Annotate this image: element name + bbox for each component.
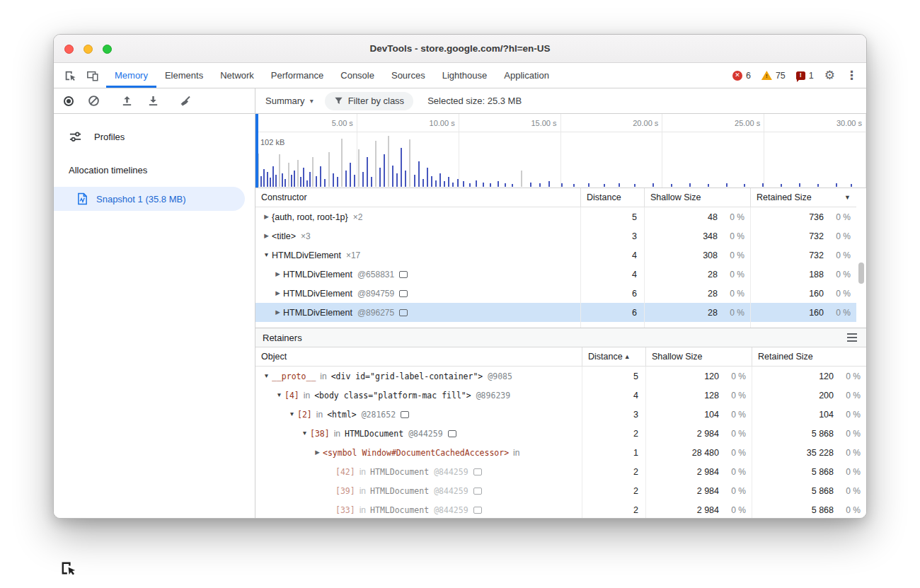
constructor-column-header[interactable]: Constructor [255,188,580,207]
size-value: 308 [645,250,718,260]
sidebar-item-snapshot-1[interactable]: Snapshot 1 (35.8 MB) [54,187,245,211]
allocation-bar [316,176,317,187]
constructor-row[interactable]: ▶<title>×333480 %7320 % [255,226,856,246]
sidebar-item-profiles[interactable]: Profiles [54,122,255,151]
collapse-arrow-icon[interactable]: ▼ [276,392,282,398]
object-id: @894759 [357,289,394,299]
collect-garbage-icon[interactable] [179,95,192,108]
reveal-box-icon[interactable] [473,468,482,475]
perspective-select[interactable]: Summary ▾ [265,96,314,106]
size-value: 2 984 [646,505,719,515]
retainers-retained-size-column-header[interactable]: Retained Size [752,347,866,366]
collapse-arrow-icon[interactable]: ▼ [263,373,269,379]
device-toolbar-icon[interactable] [86,69,99,82]
expand-arrow-icon[interactable]: ▶ [275,271,280,277]
reveal-box-icon[interactable] [473,488,482,495]
tab-console[interactable]: Console [332,63,383,88]
kebab-menu-icon[interactable]: ⋮ [846,69,858,81]
allocation-bar [781,184,782,187]
reveal-box-icon[interactable] [399,309,408,316]
reveal-box-icon[interactable] [399,271,408,278]
close-window-button[interactable] [64,45,74,54]
tab-lighthouse[interactable]: Lighthouse [434,63,496,88]
tab-application[interactable]: Application [495,63,558,88]
retainer-row[interactable]: ▶<symbol Window#DocumentCachedAccessor>i… [255,443,866,462]
constructor-row[interactable]: ▶{auth, root, root-1p}×25480 %7360 % [255,207,856,226]
constructor-row[interactable]: ▶HTMLDivElement@6588314280 %1880 % [255,265,856,284]
size-cell: 28 4800 % [645,443,752,462]
constructor-row[interactable]: ▶HTMLDivElement [255,322,856,328]
retainer-row[interactable]: ▼__proto__in<div id="grid-label-containe… [255,367,866,386]
issue-count-badge[interactable]: ! 1 [796,71,814,81]
allocation-timeline-overview[interactable]: 5.00 s10.00 s15.00 s20.00 s25.00 s30.00 … [255,114,866,188]
retainer-property-name: [39] [335,486,355,496]
record-heap-icon[interactable] [64,96,74,106]
size-percent: 0 % [719,486,752,496]
reveal-box-icon[interactable] [357,328,366,329]
allocation-bar [469,183,471,187]
size-percent: 0 % [719,505,752,515]
reveal-box-icon[interactable] [448,430,456,437]
reveal-box-icon[interactable] [399,290,408,297]
expand-arrow-icon[interactable]: ▶ [315,449,320,456]
retainer-row[interactable]: ▼[38]inHTMLDocument@84425922 9840 %5 868… [255,424,866,443]
settings-gear-icon[interactable]: ⚙ [824,69,835,81]
error-count-badge[interactable]: ✕ 6 [732,71,751,81]
retainer-row[interactable]: [42]inHTMLDocument@84425922 9840 %5 8680… [255,462,866,481]
retainers-menu-icon[interactable] [847,333,859,342]
clear-profiles-icon[interactable] [88,95,100,107]
minimize-window-button[interactable] [84,45,93,54]
size-percent: 0 % [718,231,750,241]
constructor-row[interactable]: ▼HTMLDivElement×1743080 %7320 % [255,246,856,265]
tab-memory[interactable]: Memory [106,63,156,88]
retainer-row[interactable]: ▼[2]in<html>@28165231040 %1040 % [255,405,866,424]
object-id: @844259 [434,505,468,515]
tune-icon [69,130,82,144]
retainers-distance-column-header[interactable]: Distance ▲ [582,347,645,366]
load-profile-icon[interactable] [121,95,133,107]
tab-sources[interactable]: Sources [383,63,434,88]
allocation-bar [345,171,347,187]
retained-size-column-header[interactable]: Retained Size ▼ [750,188,856,207]
tab-network[interactable]: Network [212,63,263,88]
object-column-header[interactable]: Object [255,347,582,366]
zoom-window-button[interactable] [103,45,112,54]
reveal-box-icon[interactable] [401,411,409,418]
tab-elements[interactable]: Elements [156,63,212,88]
retainers-shallow-size-column-header[interactable]: Shallow Size [645,347,752,366]
expand-arrow-icon[interactable]: ▶ [275,290,280,296]
constructor-row[interactable]: ▶HTMLDivElement@8962756280 %1600 % [255,303,856,322]
collapse-arrow-icon[interactable]: ▼ [263,252,269,258]
size-value: 160 [751,308,824,318]
constructor-name: HTMLDivElement [283,289,352,299]
retainer-row[interactable]: ▼[4]in<body class="platform-mac fill">@8… [255,386,866,405]
expand-arrow-icon[interactable]: ▶ [275,309,280,316]
class-filter-input[interactable]: Filter by class [325,92,413,110]
collapse-arrow-icon[interactable]: ▼ [301,430,307,437]
constructor-scrollbar-thumb[interactable] [858,263,864,284]
tab-performance[interactable]: Performance [263,63,332,88]
window-titlebar[interactable]: DevTools - store.google.com/?hl=en-US [54,35,866,63]
collapse-arrow-icon[interactable]: ▼ [289,411,294,417]
distance-cell: 5 [582,367,645,386]
save-profile-icon[interactable] [147,95,159,107]
inspect-element-icon[interactable] [64,69,76,82]
retainer-row[interactable]: [33]inHTMLDocument@84425922 9840 %5 8680… [255,500,866,518]
expand-arrow-icon[interactable]: ▶ [264,233,269,239]
retainer-row[interactable]: [39]inHTMLDocument@84425922 9840 %5 8680… [255,481,866,500]
allocation-bar [505,183,506,187]
constructor-row[interactable]: ▶HTMLDivElement@8947596280 %1600 % [255,284,856,303]
expand-arrow-icon[interactable]: ▶ [264,214,269,220]
allocation-bar [401,148,402,187]
timeline-selection-handle-left[interactable] [255,114,258,188]
reveal-box-icon[interactable] [473,507,482,514]
shallow-size-column-header[interactable]: Shallow Size [644,188,750,207]
warning-count-badge[interactable]: ! 75 [761,71,786,81]
distance-value: 4 [632,250,637,260]
retainer-object-text: [38]inHTMLDocument@844259 [310,429,456,439]
allocation-bar [483,183,484,187]
distance-column-header[interactable]: Distance [580,188,644,207]
warning-count: 75 [776,71,786,81]
size-percent: 0 % [719,448,752,458]
distance-value: 3 [633,410,638,420]
